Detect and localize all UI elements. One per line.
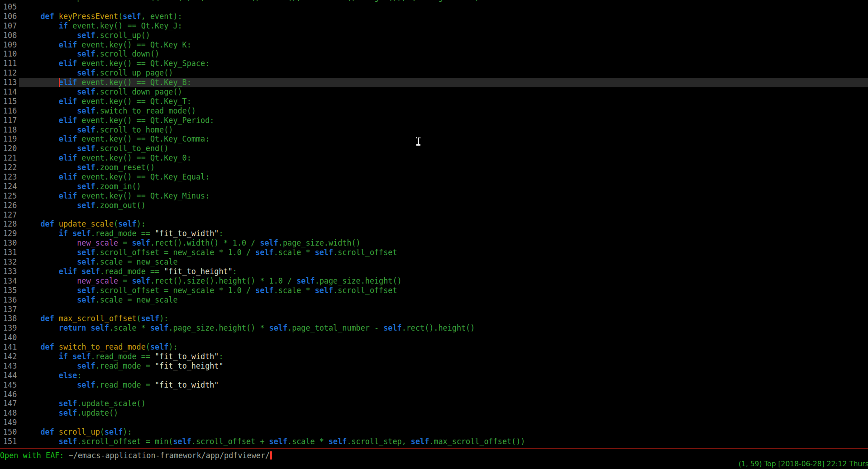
code-lines[interactable]: 105106 def keyPressEvent(self, event):10… — [0, 2, 868, 446]
code-text: def update_scale(self): — [19, 219, 868, 229]
code-line[interactable]: 150 def scroll_up(self): — [0, 427, 868, 437]
code-line[interactable]: 135 self.scroll_offset = new_scale * 1.0… — [0, 286, 868, 295]
code-editor[interactable]: painter.drawText(QRect(0, 0, self.rect()… — [0, 0, 868, 446]
code-line[interactable]: 105 — [0, 2, 868, 12]
code-text: elif event.key() == Qt.Key_Space: — [19, 59, 868, 68]
line-number: 144 — [0, 371, 19, 380]
line-number: 130 — [0, 238, 19, 248]
minibuffer[interactable]: Open with EAF: ~/emacs-application-frame… — [0, 450, 868, 460]
code-line[interactable]: 149 — [0, 418, 868, 427]
code-text: self.scroll_down() — [19, 49, 868, 59]
line-number: 122 — [0, 163, 19, 172]
line-number: 107 — [0, 21, 19, 31]
code-text: self.scroll_to_end() — [19, 144, 868, 153]
line-number: 118 — [0, 125, 19, 135]
code-line[interactable]: 109 elif event.key() == Qt.Key_K: — [0, 40, 868, 50]
code-line[interactable]: 145 self.read_mode = "fit_to_width" — [0, 380, 868, 390]
line-number: 109 — [0, 40, 19, 50]
code-text: self.scroll_offset = new_scale * 1.0 / s… — [19, 248, 868, 257]
minibuffer-prompt: Open with EAF: — [0, 451, 69, 460]
code-line[interactable]: 133 elif self.read_mode == "fit_to_heigh… — [0, 267, 868, 276]
code-line[interactable]: 121 elif event.key() == Qt.Key_0: — [0, 153, 868, 163]
line-number: 149 — [0, 418, 19, 427]
code-text: elif self.read_mode == "fit_to_height": — [19, 267, 868, 276]
code-line[interactable]: 131 self.scroll_offset = new_scale * 1.0… — [0, 248, 868, 257]
code-text — [19, 333, 868, 342]
code-line[interactable]: 115 elif event.key() == Qt.Key_T: — [0, 97, 868, 106]
code-line[interactable]: 140 — [0, 333, 868, 342]
code-line[interactable]: 132 self.scale = new_scale — [0, 257, 868, 267]
line-number: 124 — [0, 182, 19, 191]
code-text: elif event.key() == Qt.Key_Comma: — [19, 134, 868, 144]
code-line[interactable]: 114 self.scroll_down_page() — [0, 87, 868, 97]
code-line[interactable]: 113 elif event.key() == Qt.Key_B: — [0, 78, 868, 87]
code-line[interactable]: 124 self.zoom_in() — [0, 182, 868, 191]
code-line[interactable]: 142 if self.read_mode == "fit_to_width": — [0, 352, 868, 361]
code-text: def keyPressEvent(self, event): — [19, 12, 868, 21]
code-line[interactable]: 120 self.scroll_to_end() — [0, 144, 868, 153]
line-number: 110 — [0, 49, 19, 59]
code-line[interactable]: 147 self.update_scale() — [0, 399, 868, 408]
line-number: 120 — [0, 144, 19, 153]
code-line[interactable]: 110 self.scroll_down() — [0, 49, 868, 59]
line-number: 114 — [0, 87, 19, 97]
code-line[interactable]: 137 — [0, 305, 868, 314]
line-number: 133 — [0, 267, 19, 276]
line-number: 121 — [0, 153, 19, 163]
code-line[interactable]: 148 self.update() — [0, 408, 868, 418]
minibuffer-cursor — [270, 451, 272, 460]
code-line[interactable]: 112 self.scroll_up_page() — [0, 68, 868, 78]
code-line[interactable]: 129 if self.read_mode == "fit_to_width": — [0, 229, 868, 238]
code-text: elif event.key() == Qt.Key_Minus: — [19, 191, 868, 201]
line-number: 108 — [0, 31, 19, 40]
line-number: 145 — [0, 380, 19, 390]
code-line[interactable]: 151 self.scroll_offset = min(self.scroll… — [0, 437, 868, 446]
code-line[interactable]: 119 elif event.key() == Qt.Key_Comma: — [0, 134, 868, 144]
code-line[interactable]: 146 — [0, 390, 868, 399]
code-text — [19, 390, 868, 399]
minibuffer-input-value[interactable]: ~/emacs-application-framework/app/pdfvie… — [69, 451, 270, 460]
code-line[interactable]: 123 elif event.key() == Qt.Key_Equal: — [0, 172, 868, 182]
code-line[interactable]: 138 def max_scroll_offset(self): — [0, 314, 868, 323]
line-number: 132 — [0, 257, 19, 267]
line-number: 112 — [0, 68, 19, 78]
code-text: if self.read_mode == "fit_to_width": — [19, 352, 868, 361]
code-line[interactable]: 141 def switch_to_read_mode(self): — [0, 342, 868, 352]
line-number: 106 — [0, 12, 19, 21]
line-number: 148 — [0, 408, 19, 418]
code-line[interactable]: 116 self.switch_to_read_mode() — [0, 106, 868, 116]
code-line[interactable]: 126 self.zoom_out() — [0, 201, 868, 210]
code-line[interactable]: 143 self.read_mode = "fit_to_height" — [0, 361, 868, 371]
code-line[interactable]: 134 new_scale = self.rect().size().heigh… — [0, 276, 868, 286]
code-text: elif event.key() == Qt.Key_T: — [19, 97, 868, 106]
line-number: 136 — [0, 295, 19, 305]
line-number: 129 — [0, 229, 19, 238]
code-line[interactable]: 111 elif event.key() == Qt.Key_Space: — [0, 59, 868, 68]
line-number: 126 — [0, 201, 19, 210]
line-number: 105 — [0, 2, 19, 12]
code-text: elif event.key() == Qt.Key_B: — [19, 78, 868, 87]
code-line[interactable]: 144 else: — [0, 371, 868, 380]
code-line[interactable]: 107 if event.key() == Qt.Key_J: — [0, 21, 868, 31]
code-line[interactable]: 130 new_scale = self.rect().width() * 1.… — [0, 238, 868, 248]
code-line[interactable]: 127 — [0, 210, 868, 220]
code-line[interactable]: 122 self.zoom_reset() — [0, 163, 868, 172]
code-text: def switch_to_read_mode(self): — [19, 342, 868, 352]
line-number: 111 — [0, 59, 19, 68]
code-line[interactable]: 118 self.scroll_to_home() — [0, 125, 868, 135]
status-tray: (1, 59) Top [2018-06-28] 22:12 Thursday — [739, 460, 868, 469]
code-text: if event.key() == Qt.Key_J: — [19, 21, 868, 31]
code-line[interactable]: 108 self.scroll_up() — [0, 31, 868, 40]
line-number: 150 — [0, 427, 19, 437]
line-number: 147 — [0, 399, 19, 408]
code-line[interactable]: 139 return self.scale * self.page_size.h… — [0, 323, 868, 333]
code-text: self.scroll_to_home() — [19, 125, 868, 135]
mode-line-separator — [0, 448, 868, 449]
line-number: 119 — [0, 134, 19, 144]
code-line[interactable]: 125 elif event.key() == Qt.Key_Minus: — [0, 191, 868, 201]
code-line[interactable]: 128 def update_scale(self): — [0, 219, 868, 229]
code-line[interactable]: 136 self.scale = new_scale — [0, 295, 868, 305]
code-line[interactable]: 106 def keyPressEvent(self, event): — [0, 12, 868, 21]
code-line[interactable]: 117 elif event.key() == Qt.Key_Period: — [0, 116, 868, 125]
code-text: self.scroll_offset = new_scale * 1.0 / s… — [19, 286, 868, 295]
